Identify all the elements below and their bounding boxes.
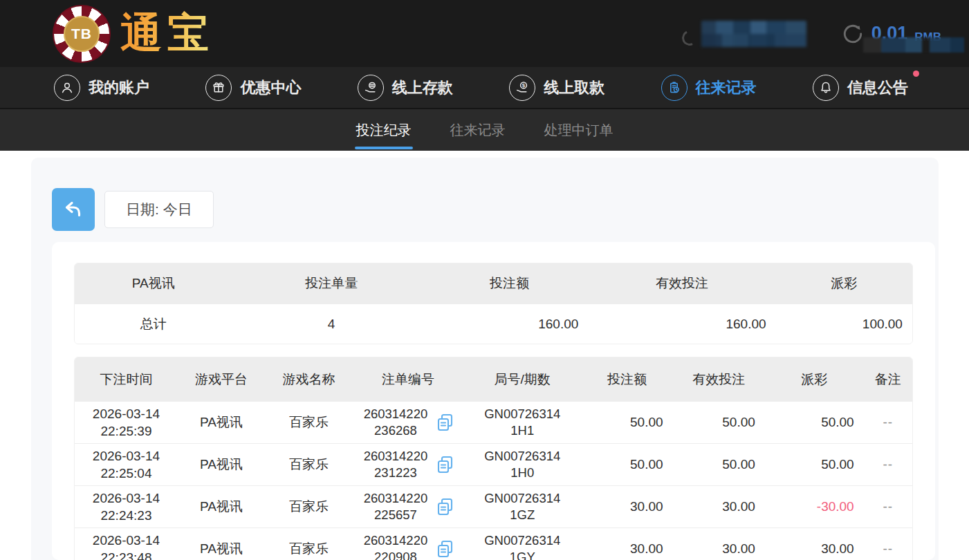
brand-name: 通宝 [120,6,214,62]
cell-bet-time: 2026-03-14 22:24:23 [75,489,178,524]
col-platform: 游戏平台 [178,371,265,388]
tab-processing-orders[interactable]: 处理中订单 [543,109,615,151]
cell-remark: -- [864,540,912,557]
tab-transaction-records[interactable]: 往来记录 [449,109,507,151]
toolbar: 日期: 今日 [31,158,939,231]
cell-game: 百家乐 [265,540,353,557]
summary-col-bet-amount: 投注额 [431,274,589,292]
col-remark: 备注 [864,371,912,388]
cell-bet-time: 2026-03-14 22:23:48 [75,532,178,560]
summary-header-row: PA视讯 投注单量 投注额 有效投注 派彩 [75,263,912,304]
cell-round-number: GN007263141GY [463,532,582,560]
username-redacted [701,21,806,47]
date-filter[interactable]: 日期: 今日 [104,191,214,228]
nav-label: 信息公告 [847,77,908,98]
summary-col-bet-count: 投注单量 [232,274,431,292]
col-game-name: 游戏名称 [265,371,353,388]
nav-item-records[interactable]: 往来记录 [661,75,757,101]
cell-bet-amount: 30.00 [582,540,673,557]
records-panel: 日期: 今日 PA视讯 投注单量 投注额 有效投注 派彩 总计 4 160.00… [31,158,939,560]
nav-item-deposit[interactable]: 线上存款 [358,75,453,101]
cell-platform: PA视讯 [178,498,265,515]
brand-logo[interactable]: TB 通宝 [53,5,214,63]
col-valid-bet: 有效投注 [673,371,765,388]
cell-remark: -- [864,498,912,515]
cell-bet-amount: 50.00 [582,413,673,431]
cell-bet-time: 2026-03-14 22:25:04 [75,447,178,482]
copy-icon[interactable] [436,413,454,433]
top-header: TB 通宝 0.01 RMB [0,0,969,67]
nav-item-my-account[interactable]: 我的账户 [54,75,149,101]
cell-bet-number: 260314220220908 [353,532,463,560]
col-bet-time: 下注时间 [75,371,178,388]
cell-payout: 50.00 [765,413,864,431]
cell-bet-amount: 50.00 [582,456,673,473]
cell-round-number: GN007263141H1 [463,406,582,440]
table-row: 2026-03-14 22:24:23 PA视讯 百家乐 26031422022… [75,485,912,528]
sub-nav: 投注纪录 往来记录 处理中订单 [0,108,969,151]
nav-item-withdraw[interactable]: $ 线上取款 [509,75,605,101]
cell-platform: PA视讯 [178,456,265,473]
cell-valid-bet: 50.00 [673,413,765,431]
bets-table: 下注时间 游戏平台 游戏名称 注单编号 局号/期数 投注额 有效投注 派彩 备注… [74,357,913,560]
copy-icon[interactable] [436,497,454,517]
copy-icon[interactable] [436,539,454,559]
col-bet-number: 注单编号 [353,371,463,388]
deposit-icon [358,75,384,101]
tab-betting-records[interactable]: 投注纪录 [355,109,413,151]
cell-valid-bet: 30.00 [673,498,765,515]
nav-item-announcements[interactable]: 信息公告 [813,75,908,101]
cell-game: 百家乐 [265,498,353,515]
cell-bet-time: 2026-03-14 22:25:39 [75,405,178,440]
cell-platform: PA视讯 [178,540,265,557]
svg-text:$: $ [522,82,526,88]
user-icon [54,75,80,101]
cell-bet-number: 260314220236268 [353,406,463,440]
cell-remark: -- [864,456,912,473]
cell-game: 百家乐 [265,456,353,473]
records-icon [661,75,687,101]
cell-bet-number: 260314220225657 [353,490,463,524]
cell-payout: 30.00 [765,540,864,557]
refresh-icon[interactable] [840,21,866,47]
cell-payout: 50.00 [765,456,864,473]
return-arrow-icon [62,200,84,219]
withdraw-icon: $ [509,75,535,101]
main-nav: 我的账户 优惠中心 线上存款 $ 线上取款 往来记录 信息公告 [0,67,969,108]
total-label: 总计 [75,315,232,333]
back-button[interactable] [52,188,95,231]
chip-monogram: TB [64,16,100,52]
cell-bet-number: 260314220231223 [353,448,463,482]
cell-remark: -- [864,413,912,431]
cell-bet-amount: 30.00 [582,498,673,515]
nav-label: 线上取款 [544,77,605,98]
copy-icon[interactable] [436,455,454,475]
table-row: 2026-03-14 22:25:04 PA视讯 百家乐 26031422023… [75,443,912,485]
gift-icon [205,75,232,101]
total-payout: 100.00 [776,315,912,333]
nav-label: 线上存款 [392,77,453,98]
col-round-number: 局号/期数 [463,371,582,388]
cell-payout: -30.00 [765,498,864,515]
balance-refresh[interactable]: 0.01 RMB [840,21,941,47]
avatar-icon [680,28,699,47]
bets-header-row: 下注时间 游戏平台 游戏名称 注单编号 局号/期数 投注额 有效投注 派彩 备注 [75,357,912,401]
notification-dot [913,71,919,77]
cell-game: 百家乐 [265,413,353,431]
col-payout: 派彩 [765,371,864,388]
nav-item-promotions[interactable]: 优惠中心 [205,75,301,101]
blur-mosaic [701,21,806,47]
cell-round-number: GN007263141GZ [463,490,582,524]
nav-label: 往来记录 [696,77,757,98]
total-count: 4 [232,315,431,333]
tables-card: PA视讯 投注单量 投注额 有效投注 派彩 总计 4 160.00 160.00… [52,242,935,560]
bell-icon [813,75,839,101]
nav-label: 优惠中心 [240,77,301,98]
cell-platform: PA视讯 [178,413,265,431]
casino-chip-icon: TB [53,5,111,63]
balance-blur-mosaic [863,37,964,53]
cell-round-number: GN007263141H0 [463,448,582,482]
cell-valid-bet: 30.00 [673,540,765,557]
nav-label: 我的账户 [89,77,149,98]
summary-col-payout: 派彩 [776,274,912,292]
